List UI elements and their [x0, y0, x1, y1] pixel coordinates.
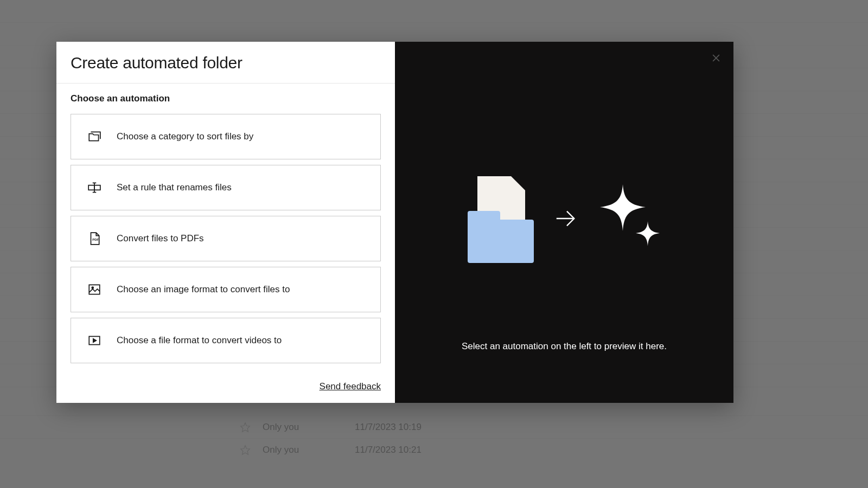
modal-left-panel: Create automated folder Choose an automa… [56, 42, 395, 403]
modal-title: Create automated folder [71, 54, 381, 72]
svg-marker-11 [93, 339, 96, 343]
automation-option-rename-rule[interactable]: Set a rule that renames files [71, 165, 381, 210]
automation-option-sort-category[interactable]: Choose a category to sort files by [71, 114, 381, 159]
video-file-icon [87, 333, 101, 348]
automation-option-label: Convert files to PDFs [117, 233, 204, 244]
close-button[interactable] [709, 50, 724, 66]
preview-illustration [468, 176, 661, 263]
automation-option-convert-pdf[interactable]: PDF Convert files to PDFs [71, 216, 381, 261]
svg-rect-2 [88, 185, 94, 190]
folder-sort-icon [87, 130, 101, 144]
svg-point-9 [92, 287, 93, 288]
send-feedback-link[interactable]: Send feedback [320, 381, 381, 392]
modal-preview-panel: Select an automation on the left to prev… [395, 42, 733, 403]
automation-option-label: Choose a category to sort files by [117, 131, 253, 142]
sparkle-icon [598, 184, 661, 255]
automation-option-label: Choose an image format to convert files … [117, 284, 290, 295]
modal-body[interactable]: Choose an automation Choose a category t… [56, 84, 395, 370]
automation-option-convert-video[interactable]: Choose a file format to convert videos t… [71, 318, 381, 363]
modal-header: Create automated folder [56, 42, 395, 84]
pdf-file-icon: PDF [87, 232, 101, 246]
section-label: Choose an automation [71, 93, 381, 104]
arrow-right-icon [553, 206, 578, 233]
create-automated-folder-modal: Create automated folder Choose an automa… [56, 42, 733, 403]
svg-text:PDF: PDF [92, 238, 99, 241]
rename-icon [87, 181, 101, 195]
svg-rect-3 [94, 185, 100, 190]
automation-option-convert-image[interactable]: Choose an image format to convert files … [71, 267, 381, 312]
modal-footer: Send feedback [56, 370, 395, 403]
automation-option-label: Choose a file format to convert videos t… [117, 335, 282, 346]
image-file-icon [87, 282, 101, 297]
folder-document-icon [468, 176, 534, 263]
automation-option-label: Set a rule that renames files [117, 182, 232, 193]
preview-placeholder-text: Select an automation on the left to prev… [462, 341, 667, 352]
